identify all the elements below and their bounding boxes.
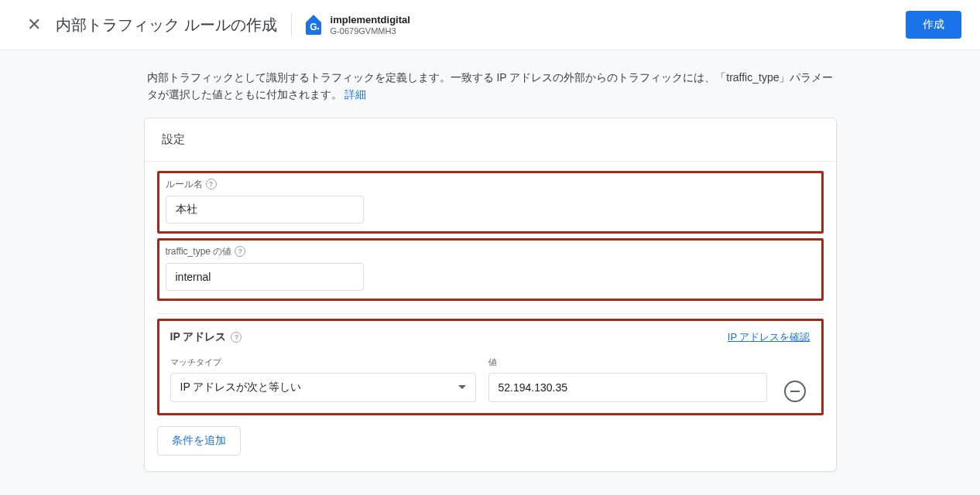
settings-card: 設定 ルール名 ? traffic_type の値 ? <box>144 118 837 472</box>
remove-condition-button[interactable] <box>784 381 806 402</box>
section-divider <box>157 313 824 314</box>
divider <box>291 13 292 36</box>
svg-point-1 <box>317 28 318 29</box>
property-info: G implementdigital G-0679GVMMH3 <box>304 13 410 36</box>
ip-condition-row: マッチタイプ IP アドレスが次と等しい 値 <box>170 357 810 402</box>
main-content: 内部トラフィックとして識別するトラフィックを定義します。一致する IP アドレス… <box>0 50 980 495</box>
settings-card-body: ルール名 ? traffic_type の値 ? IP アドレス ? <box>145 162 836 471</box>
match-type-column: マッチタイプ IP アドレスが次と等しい <box>170 357 476 402</box>
help-icon[interactable]: ? <box>231 332 242 343</box>
close-icon: ✕ <box>27 15 41 35</box>
traffic-type-label: traffic_type の値 ? <box>166 245 815 258</box>
traffic-type-group: traffic_type の値 ? <box>157 238 824 301</box>
description-body: 内部トラフィックとして識別するトラフィックを定義します。一致する IP アドレス… <box>147 71 834 101</box>
traffic-type-input[interactable] <box>166 263 364 291</box>
property-tag-icon: G <box>304 13 323 36</box>
value-column: 値 <box>488 357 767 402</box>
remove-column <box>780 381 810 402</box>
property-id: G-0679GVMMH3 <box>331 26 410 36</box>
value-label: 値 <box>488 357 767 368</box>
svg-text:G: G <box>310 22 317 32</box>
ip-header-row: IP アドレス ? IP アドレスを確認 <box>170 330 810 344</box>
property-name: implementdigital <box>331 14 410 26</box>
ip-address-section: IP アドレス ? IP アドレスを確認 マッチタイプ IP アドレスが次と等し… <box>157 319 824 415</box>
learn-more-link[interactable]: 詳細 <box>344 88 366 101</box>
match-type-select[interactable]: IP アドレスが次と等しい <box>170 373 476 402</box>
settings-section-title: 設定 <box>145 118 836 162</box>
page-header: ✕ 内部トラフィック ルールの作成 G implementdigital G-0… <box>0 0 980 50</box>
rule-name-label: ルール名 ? <box>166 178 815 191</box>
property-text: implementdigital G-0679GVMMH3 <box>331 14 410 36</box>
rule-name-group: ルール名 ? <box>157 171 824 234</box>
help-icon[interactable]: ? <box>206 179 217 189</box>
rule-name-input[interactable] <box>166 196 364 224</box>
page-title: 内部トラフィック ルールの作成 <box>56 15 290 36</box>
add-condition-button[interactable]: 条件を追加 <box>157 426 241 456</box>
help-icon[interactable]: ? <box>235 246 245 257</box>
create-button[interactable]: 作成 <box>906 11 961 39</box>
description-text: 内部トラフィックとして識別するトラフィックを定義します。一致する IP アドレス… <box>144 69 837 104</box>
chevron-down-icon <box>458 385 466 389</box>
minus-icon <box>790 391 800 392</box>
match-type-value: IP アドレスが次と等しい <box>180 381 302 394</box>
check-ip-link[interactable]: IP アドレスを確認 <box>728 330 810 344</box>
match-type-label: マッチタイプ <box>170 357 476 368</box>
close-button[interactable]: ✕ <box>19 9 50 40</box>
ip-value-input[interactable] <box>488 373 767 402</box>
ip-section-title: IP アドレス ? <box>170 330 242 344</box>
